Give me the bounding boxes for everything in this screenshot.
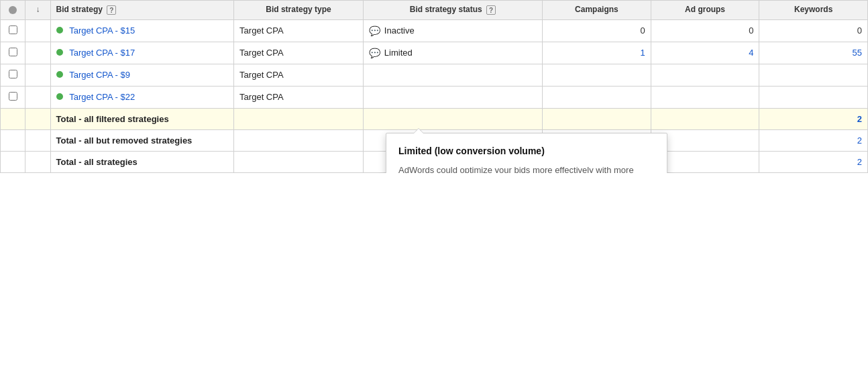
total-keywords-cell: 2 [759, 151, 868, 172]
tooltip-desc: AdWords could optimize your bids more ef… [398, 164, 655, 173]
header-bid-strategy: Bid strategy ? [50, 1, 234, 20]
total-check-cell [1, 151, 25, 172]
total-type-cell [234, 129, 364, 151]
header-checkbox[interactable] [9, 6, 17, 14]
total-check-cell [1, 108, 25, 129]
bid-status-help-icon[interactable]: ? [486, 5, 496, 15]
total-sort-cell [25, 129, 50, 151]
total-keywords-cell: 2 [759, 129, 868, 151]
row-campaigns-cell [543, 86, 651, 108]
row-type-cell: Target CPA [234, 42, 364, 64]
header-bid-type: Bid strategy type [234, 1, 364, 20]
total-sort-cell [25, 108, 50, 129]
total-type-cell [234, 151, 364, 172]
row-bid-cell: Target CPA - $9 [50, 64, 234, 86]
status-chat-icon: 💬 [369, 48, 380, 58]
row-adgroups-cell [651, 86, 759, 108]
total-adgroups-cell [651, 108, 759, 129]
row-campaigns-cell: 0 [543, 19, 651, 42]
row-keywords-cell [759, 64, 868, 86]
row-check-cell[interactable] [1, 19, 25, 42]
total-type-cell [234, 108, 364, 129]
total-label-cell: Total - all strategies [50, 151, 234, 172]
total-label-cell: Total - all filtered strategies [50, 108, 234, 129]
total-check-cell [1, 129, 25, 151]
header-check-col [1, 1, 25, 20]
header-sort-col: ↓ [25, 1, 50, 20]
total-label-cell: Total - all but removed strategies [50, 129, 234, 151]
row-adgroups-cell: 0 [651, 19, 759, 42]
row-sort-cell [25, 86, 50, 108]
total-status-cell [363, 108, 542, 129]
bid-strategy-link[interactable]: Target CPA - $9 [69, 70, 130, 80]
bid-strategy-link[interactable]: Target CPA - $15 [69, 25, 135, 36]
header-bid-label: Bid strategy [56, 5, 103, 14]
row-type-cell: Target CPA [234, 19, 364, 42]
row-campaigns-cell: 1 [543, 42, 651, 64]
header-bid-status: Bid strategy status ? [363, 1, 542, 20]
header-campaigns: Campaigns [543, 1, 651, 20]
row-checkbox[interactable] [9, 25, 17, 34]
row-status-cell: 💬 Inactive [363, 19, 542, 42]
status-dot [56, 93, 63, 100]
row-adgroups-cell [651, 64, 759, 86]
row-sort-cell [25, 64, 50, 86]
header-adgroups: Ad groups [651, 1, 759, 20]
row-adgroups-cell: 4 [651, 42, 759, 64]
header-keywords: Keywords [759, 1, 868, 20]
status-text: Limited [384, 48, 413, 58]
status-text: Inactive [384, 25, 415, 36]
status-dot [56, 71, 63, 78]
row-sort-cell [25, 19, 50, 42]
tooltip-popup: Limited (low conversion volume) AdWords … [386, 133, 667, 173]
row-check-cell[interactable] [1, 42, 25, 64]
row-status-cell [363, 86, 542, 108]
header-type-label: Bid strategy type [266, 5, 331, 14]
row-checkbox[interactable] [9, 92, 17, 101]
sort-arrow-icon[interactable]: ↓ [36, 5, 40, 14]
row-keywords-cell: 0 [759, 19, 868, 42]
row-bid-cell: Target CPA - $15 [50, 19, 234, 42]
status-chat-icon: 💬 [369, 25, 380, 36]
header-status-label: Bid strategy status [410, 5, 482, 14]
row-check-cell[interactable] [1, 86, 25, 108]
row-campaigns-cell [543, 64, 651, 86]
row-keywords-cell: 55 [759, 42, 868, 64]
row-bid-cell: Target CPA - $22 [50, 86, 234, 108]
row-checkbox[interactable] [9, 70, 17, 78]
bid-strategy-help-icon[interactable]: ? [107, 5, 116, 15]
row-status-cell: 💬 Limited [363, 42, 542, 64]
row-bid-cell: Target CPA - $17 [50, 42, 234, 64]
total-sort-cell [25, 151, 50, 172]
total-campaigns-cell [543, 108, 651, 129]
total-keywords-cell: 2 [759, 108, 868, 129]
row-type-cell: Target CPA [234, 64, 364, 86]
status-dot [56, 27, 63, 34]
row-checkbox[interactable] [9, 48, 17, 56]
bid-strategy-link[interactable]: Target CPA - $17 [69, 48, 135, 58]
header-adgroups-label: Ad groups [685, 5, 725, 14]
tooltip-title: Limited (low conversion volume) [398, 144, 655, 158]
row-status-cell [363, 64, 542, 86]
header-campaigns-label: Campaigns [575, 5, 618, 14]
row-type-cell: Target CPA [234, 86, 364, 108]
status-dot [56, 49, 63, 56]
table-wrapper: ↓ Bid strategy ? Bid strategy type Bid s… [0, 0, 868, 173]
row-keywords-cell [759, 86, 868, 108]
header-keywords-label: Keywords [794, 5, 832, 14]
row-sort-cell [25, 42, 50, 64]
bid-strategy-link[interactable]: Target CPA - $22 [69, 92, 135, 102]
row-check-cell[interactable] [1, 64, 25, 86]
